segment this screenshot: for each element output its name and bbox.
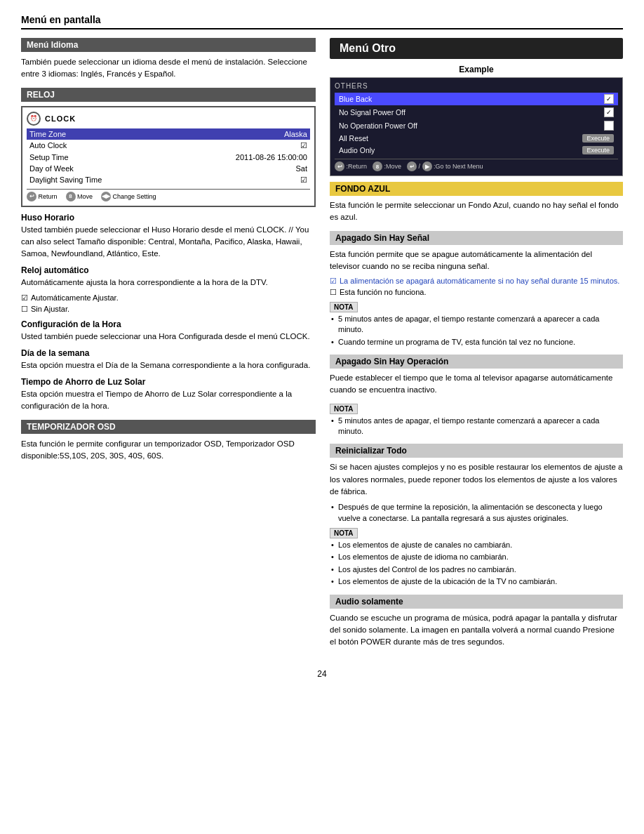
- apagado-operacion-nota: NOTA: [330, 404, 358, 414]
- others-row-blueback: Blue Back ✓: [335, 93, 618, 105]
- apagado-senal-nota: NOTA: [330, 302, 358, 312]
- audio-solamente-header: Audio solamente: [330, 595, 623, 609]
- right-column: Menú Otro Example OTHERS Blue Back ✓ No …: [330, 38, 623, 655]
- temporizador-header: TEMPORIZADOR OSD: [21, 420, 316, 434]
- nooperation-label: No Operation Power Off: [339, 121, 604, 130]
- clock-row-autoclock: Auto Clock: [27, 140, 310, 152]
- huso-horario-heading: Huso Horario: [21, 213, 316, 223]
- config-hora-heading: Configuración de la Hora: [21, 319, 316, 329]
- footer-move: 8 :Move: [373, 161, 401, 171]
- apagado-check2-row: Esta función no funciona.: [330, 288, 623, 297]
- fondo-azul-text: Esta función le permite seleccionar un F…: [330, 199, 623, 224]
- apagado-check2-icon: [330, 288, 337, 297]
- reloj-auto-check1-row: Automáticamente Ajustar.: [21, 293, 316, 303]
- reinicializar-nota-bullet-4: Los elementos de ajuste de la ubicación …: [330, 576, 623, 587]
- apagado-senal-nota-bullet-1: 5 minutos antes de apagar, el tiempo res…: [330, 314, 623, 336]
- clock-row-timezone: Time Zone Alaska: [27, 128, 310, 140]
- dst-label: Daylight Saving Time: [29, 176, 300, 184]
- menu-idioma-text: También puede seleccionar un idioma desd…: [21, 56, 316, 81]
- reinicializar-nota-bullet-2: Los elementos de ajuste de idioma no cam…: [330, 552, 623, 562]
- audioonly-label: Audio Only: [339, 146, 582, 154]
- apagado-senal-header: Apagado Sin Hay Señal: [330, 231, 623, 245]
- audio-solamente-text: Cuando se escuche un programa de música,…: [330, 612, 623, 649]
- reloj-auto-check2-row: Sin Ajustar.: [21, 305, 316, 314]
- autoclock-check: [300, 141, 307, 150]
- audio-solamente-section: Audio solamente Cuando se escuche un pro…: [330, 595, 623, 649]
- footer-enter-icon: ↵: [407, 161, 417, 171]
- footer-return: ↩ :Return: [335, 161, 367, 171]
- menu-idioma-header: Menú Idioma: [21, 38, 316, 52]
- tiempo-ahorro-text: Esta opción muestra el Tiempo de Ahorro …: [21, 388, 316, 413]
- audioonly-execute[interactable]: Execute: [582, 146, 614, 154]
- reinicializar-header: Reinicializar Todo: [330, 444, 623, 458]
- temporizador-section: TEMPORIZADOR OSD Esta función le permite…: [21, 420, 316, 463]
- clock-row-dayofweek: Day of Week Sat: [27, 163, 310, 174]
- nosignal-check: ✓: [604, 107, 614, 117]
- apagado-operacion-header: Apagado Sin Hay Operación: [330, 355, 623, 369]
- autoclock-label: Auto Clock: [29, 141, 300, 150]
- clock-title-bar: ⏰ CLOCK: [27, 112, 310, 126]
- reloj-auto-check1-label: Automáticamente Ajustar.: [31, 293, 119, 302]
- tiempo-ahorro-heading: Tiempo de Ahorro de Luz Solar: [21, 377, 316, 387]
- apagado-check1-row: La alimentación se apagará automáticamen…: [330, 277, 623, 286]
- clock-ui: ⏰ CLOCK Time Zone Alaska Auto Clock Setu…: [21, 106, 316, 207]
- move-btn-icon: 8: [66, 192, 76, 201]
- dayofweek-label: Day of Week: [29, 164, 295, 173]
- left-column: Menú Idioma También puede seleccionar un…: [21, 38, 316, 655]
- footer-arrow-icon: ▶: [422, 161, 432, 171]
- fondo-azul-header: FONDO AZUL: [330, 182, 623, 196]
- apagado-senal-nota-bullet-2: Cuando termine un programa de TV, esta f…: [330, 337, 623, 348]
- apagado-operacion-nota-bullet-1: 5 minutos antes de apagar, el tiempo res…: [330, 416, 623, 437]
- others-row-nosignal: No Signal Power Off ✓: [335, 106, 618, 119]
- menu-otro-header: Menú Otro: [330, 38, 623, 59]
- dst-check: [300, 176, 307, 185]
- others-row-allreset: All Reset Execute: [335, 133, 618, 144]
- timezone-value: Alaska: [284, 130, 307, 138]
- apagado-operacion-section: Apagado Sin Hay Operación Puede establec…: [330, 355, 623, 437]
- change-btn-icon: ◀▶: [101, 192, 111, 201]
- nosignal-label: No Signal Power Off: [339, 108, 604, 117]
- apagado-check1-label: La alimentación se apagará automáticamen…: [340, 277, 619, 285]
- footer-return-icon: ↩: [335, 161, 344, 171]
- fondo-azul-section: FONDO AZUL Esta función le permite selec…: [330, 182, 623, 224]
- page-number: 24: [21, 669, 623, 679]
- apagado-senal-section: Apagado Sin Hay Señal Esta función permi…: [330, 231, 623, 348]
- clock-title: CLOCK: [45, 114, 76, 123]
- blueback-check: ✓: [604, 94, 614, 104]
- apagado-check2-label: Esta función no funciona.: [340, 288, 427, 296]
- allreset-execute[interactable]: Execute: [582, 134, 614, 143]
- others-title: OTHERS: [335, 82, 618, 90]
- reloj-auto-check1-icon: [21, 293, 28, 303]
- clock-row-setuptime: Setup Time 2011-08-26 15:00:00: [27, 152, 310, 163]
- return-btn-icon: ↩: [27, 192, 36, 201]
- reloj-header: RELOJ: [21, 88, 316, 102]
- footer-enter: ↵ / ▶ :Go to Next Menu: [407, 161, 483, 171]
- temporizador-text: Esta función le permite configurar un te…: [21, 438, 316, 463]
- dayofweek-value: Sat: [295, 164, 307, 173]
- reloj-auto-text: Automáticamente ajusta la hora correspon…: [21, 277, 316, 289]
- setuptime-label: Setup Time: [29, 153, 236, 161]
- clock-row-dst: Daylight Saving Time: [27, 174, 310, 186]
- setuptime-value: 2011-08-26 15:00:00: [236, 153, 307, 161]
- allreset-label: All Reset: [339, 134, 582, 143]
- others-footer: ↩ :Return 8 :Move ↵ / ▶ :Go to Next Menu: [335, 159, 618, 171]
- timezone-label: Time Zone: [29, 130, 284, 138]
- reloj-auto-check2-label: Sin Ajustar.: [31, 305, 69, 313]
- reinicializar-text: Si se hacen ajustes complejos y no es po…: [330, 461, 623, 498]
- reinicializar-section: Reinicializar Todo Si se hacen ajustes c…: [330, 444, 623, 587]
- reinicializar-bullet: Después de que termine la reposición, la…: [330, 502, 623, 524]
- reloj-auto-heading: Reloj automático: [21, 265, 316, 275]
- page-title: Menú en pantalla: [21, 14, 623, 29]
- footer-move-icon: 8: [373, 161, 382, 171]
- apagado-senal-text: Esta función permite que se apague autom…: [330, 249, 623, 273]
- others-ui: OTHERS Blue Back ✓ No Signal Power Off ✓…: [330, 77, 623, 176]
- blueback-label: Blue Back: [339, 95, 604, 103]
- huso-horario-text: Usted también puede seleccionar el Huso …: [21, 224, 316, 260]
- move-nav: 8 Move: [66, 192, 93, 201]
- nooperation-check: [604, 121, 614, 131]
- reloj-auto-check2-icon: [21, 305, 28, 314]
- reinicializar-nota-bullet-1: Los elementos de ajuste de canales no ca…: [330, 540, 623, 550]
- dia-semana-text: Esta opción muestra el Día de la Semana …: [21, 359, 316, 371]
- reinicializar-nota: NOTA: [330, 528, 358, 538]
- menu-idioma-section: Menú Idioma También puede seleccionar un…: [21, 38, 316, 81]
